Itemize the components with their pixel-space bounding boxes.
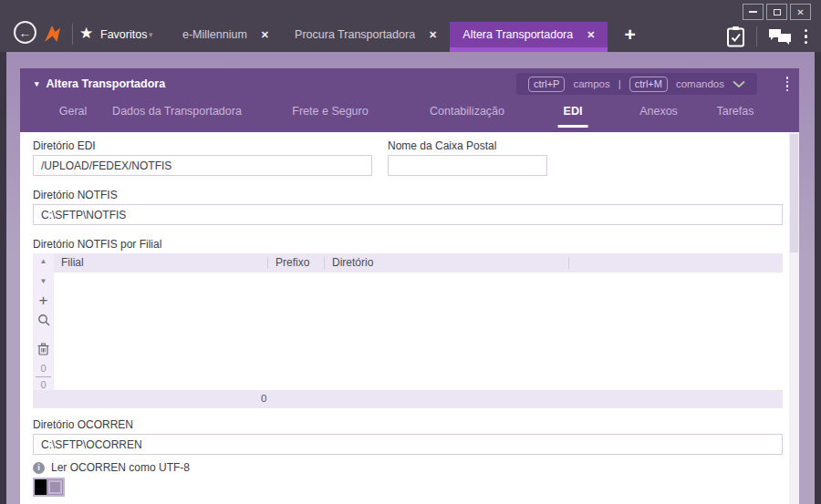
tab-label: Altera Transportadora [462,28,573,41]
count-divider [36,376,51,377]
column-header-diretorio[interactable]: Diretório [324,257,568,269]
collapse-triangle-icon: ▾ [35,79,39,88]
diretorio-edi-input[interactable] [33,155,372,176]
session-tabs: e-Millennium ✕ Procura Transportadora ✕ … [170,22,636,47]
add-row-icon[interactable]: + [33,292,54,310]
selected-count: 0 [33,363,54,374]
form-body: Diretório EDI Nome da Caixa Postal Diret… [20,132,799,504]
toggle-knob [35,479,47,495]
filial-grid: ▲ ▼ + [33,253,783,408]
shortcut-separator: | [618,78,621,89]
minimize-icon [749,11,757,13]
form-tab-edi[interactable]: EDI [558,105,588,128]
info-icon: i [33,462,45,474]
favorites-star-icon[interactable]: ★ [79,24,93,43]
close-button[interactable]: ✕ [790,4,811,20]
minimize-button[interactable] [743,4,764,20]
row-down-icon[interactable]: ▼ [33,277,54,285]
grid-toolbar: ▲ ▼ + [33,253,54,390]
form-tab-geral[interactable]: Geral [54,105,93,125]
tab-label: Procura Transportadora [295,28,415,41]
form-tabs: Geral Dados da Transportadora Frete e Se… [20,98,799,132]
toggle-track [48,480,62,494]
nome-caixa-postal-label: Nome da Caixa Postal [388,139,496,152]
titlebar: ✕ ← ★ Favoritos ▾ e-Millennium ✕ Procura… [0,0,821,52]
chevron-down-icon[interactable] [733,80,745,88]
maximize-icon [774,9,781,15]
tab-label: e-Millennium [182,28,247,41]
tab-e-millennium[interactable]: e-Millennium ✕ [170,22,282,47]
shortcut-label-campos: campos [573,78,609,89]
diretorio-ocorren-label: Diretório OCORREN [33,418,133,431]
grid-label: Diretório NOTFIS por Filial [33,238,161,251]
back-button[interactable]: ← [14,21,36,44]
titlebar-divider [72,24,73,45]
tab-altera-transportadora[interactable]: Altera Transportadora ✕ [450,22,608,47]
row-up-icon[interactable]: ▲ [33,257,54,265]
grid-footer-count: 0 [261,393,266,404]
form-tab-tarefas[interactable]: Tarefas [712,105,760,125]
grid-body-empty[interactable] [54,273,783,390]
scrollbar-thumb[interactable] [790,134,798,252]
tab-procura-transportadora[interactable]: Procura Transportadora ✕ [282,22,450,47]
maximize-button[interactable] [766,4,787,20]
favorites-caret-icon: ▾ [149,30,153,39]
diretorio-ocorren-input[interactable] [33,434,783,455]
diretorio-edi-label: Diretório EDI [33,139,96,152]
vertical-scrollbar[interactable] [789,132,799,504]
tab-close-icon[interactable]: ✕ [587,29,595,41]
diretorio-notfis-input[interactable] [33,204,783,225]
form-panel: ▾ Altera Transportadora ctrl+P campos | … [20,68,799,504]
form-tab-frete-seguro[interactable]: Frete e Seguro [286,105,373,125]
favorites-menu[interactable]: Favoritos [100,28,147,41]
shortcut-label-comandos: comandos [676,78,724,89]
delete-row-icon[interactable] [33,343,54,355]
column-header-filial[interactable]: Filial [54,257,267,269]
tasks-clipboard-icon[interactable] [726,26,745,47]
form-tab-anexos[interactable]: Anexos [634,105,683,125]
new-tab-button[interactable]: + [624,26,635,44]
grid-header-row: Filial Prefixo Diretório [54,253,783,273]
tab-close-icon[interactable]: ✕ [261,29,269,41]
titlebar-icon-divider [756,26,757,46]
content-area: ▾ Altera Transportadora ctrl+P campos | … [6,52,815,504]
grid-footer: 0 [33,390,783,408]
millennium-logo-icon [43,23,65,45]
nome-caixa-postal-input[interactable] [388,155,547,176]
form-tab-contabilizacao[interactable]: Contabilização [424,105,510,125]
search-icon[interactable] [33,314,54,326]
form-title: Altera Transportadora [47,77,166,90]
utf8-label: Ler OCORREN como UTF-8 [51,461,190,474]
close-icon: ✕ [796,7,804,17]
diretorio-notfis-label: Diretório NOTFIS [33,189,118,201]
tab-close-icon[interactable]: ✕ [429,29,437,41]
window-controls: ✕ [743,4,811,20]
chat-icon[interactable] [768,26,792,46]
shortcut-key-comandos: ctrl+M [629,77,668,92]
form-header: ▾ Altera Transportadora ctrl+P campos | … [20,68,799,132]
shortcut-hints: ctrl+P campos | ctrl+M comandos [516,73,757,95]
form-tab-dados[interactable]: Dados da Transportadora [107,105,247,125]
shortcut-key-campos: ctrl+P [528,77,565,92]
column-header-prefixo[interactable]: Prefixo [267,257,324,269]
total-count: 0 [33,379,54,390]
more-options-icon[interactable] [803,27,810,46]
utf8-toggle[interactable] [33,478,65,497]
form-more-options-icon[interactable] [786,77,789,91]
column-header-extra [568,257,783,269]
titlebar-right-icons [726,26,810,47]
back-icon: ← [19,26,32,40]
form-title-row[interactable]: ▾ Altera Transportadora [35,77,165,90]
app-window: ✕ ← ★ Favoritos ▾ e-Millennium ✕ Procura… [0,0,821,504]
